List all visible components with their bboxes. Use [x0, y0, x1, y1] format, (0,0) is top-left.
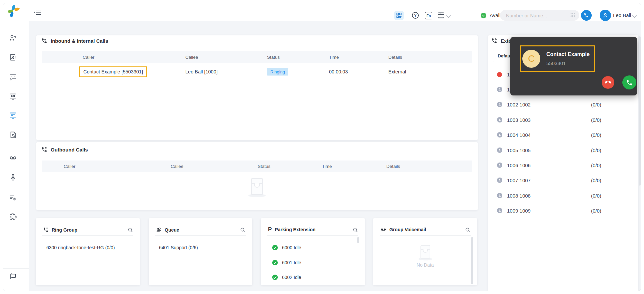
search-icon[interactable]: [240, 227, 246, 234]
sidebar-item-integrations[interactable]: [9, 213, 17, 221]
scrollbar-thumb[interactable]: [471, 237, 473, 284]
parking-slot-label: 6001 Idle: [282, 260, 301, 265]
dial-search-box: [500, 10, 579, 21]
sidebar-item-chat[interactable]: [9, 73, 17, 81]
parking-icon: P: [268, 226, 272, 233]
help-button[interactable]: ?: [411, 11, 419, 21]
col-caller: Caller: [83, 54, 94, 59]
queue-panel: Queue 6401 Support (0/6): [149, 218, 252, 285]
view-layout-button[interactable]: [437, 11, 445, 21]
app-window: ? Fn Available Leo Ball Inboun: [3, 3, 641, 291]
extension-count: (0/0): [591, 147, 601, 153]
contacts-icon: [9, 53, 17, 61]
search-input[interactable]: [505, 10, 567, 21]
extension-row[interactable]: 1004 1004 (0/0): [488, 127, 638, 142]
extension-row[interactable]: 1008 1008 (0/0): [488, 188, 638, 203]
parking-slot-item[interactable]: 6002 Idle: [272, 274, 301, 280]
sidebar-item-extensions[interactable]: [9, 34, 17, 42]
user-name[interactable]: Leo Ball: [613, 12, 631, 18]
time-cell: 00:00:03: [329, 69, 348, 74]
queue-icon: [156, 227, 162, 233]
extension-count: (0/0): [591, 132, 601, 138]
ring-group-panel: Ring Group 6300 ringback-tone-test-RG (0…: [36, 218, 140, 285]
caller-number: 5503301: [546, 60, 566, 66]
idle-check-icon: [272, 260, 278, 266]
extension-row[interactable]: 1007 1007 (0/0): [488, 173, 638, 188]
sidebar-item-call-report[interactable]: [9, 131, 17, 139]
extension-label: 1003 1003: [507, 117, 531, 122]
outbound-call-icon: [41, 146, 47, 153]
table-row[interactable]: Contact Example [5503301] Leo Ball [1000…: [42, 63, 472, 80]
qr-code-button[interactable]: [394, 11, 404, 20]
col-callee: Callee: [185, 54, 198, 59]
parking-slot-item[interactable]: 6000 Idle: [272, 245, 301, 251]
parking-slot-item[interactable]: 6001 Idle: [272, 260, 301, 266]
chevron-down-icon[interactable]: [632, 13, 637, 18]
qr-code-icon: [396, 12, 402, 18]
extension-count: (0/0): [591, 102, 601, 107]
sidebar-item-recordings[interactable]: [9, 173, 17, 181]
sidebar-item-operator-panel[interactable]: [9, 111, 17, 119]
avatar-letter: C: [528, 53, 535, 64]
extension-row[interactable]: 1005 1005 (0/0): [488, 142, 638, 158]
person-avatar-icon: [497, 208, 502, 213]
person-avatar-icon: [497, 163, 502, 168]
col-details: Details: [388, 54, 402, 59]
extension-row[interactable]: 1006 1006 (0/0): [488, 158, 638, 173]
call-button[interactable]: [581, 10, 592, 21]
person-icon: [602, 12, 608, 18]
status-badge: Ringing: [267, 68, 288, 75]
col-time: Time: [322, 164, 332, 169]
topbar: ? Fn Available Leo Ball: [29, 3, 641, 21]
idle-check-icon: [272, 245, 278, 251]
dialpad-icon[interactable]: [570, 13, 575, 18]
scrollbar-thumb[interactable]: [357, 237, 359, 243]
caller-cell: Contact Example [5503301]: [83, 69, 143, 74]
idle-check-icon: [272, 274, 278, 280]
user-avatar[interactable]: [600, 10, 611, 21]
sidebar-item-feedback[interactable]: [9, 272, 17, 280]
search-icon[interactable]: [465, 227, 471, 234]
person-avatar-icon: [497, 148, 502, 153]
extensions-call-icon: [491, 38, 497, 44]
search-icon[interactable]: [353, 227, 358, 234]
empty-box-icon: [416, 244, 435, 261]
search-icon[interactable]: [128, 227, 133, 234]
puzzle-icon: [9, 213, 17, 221]
extension-count: (0/0): [591, 208, 601, 214]
main-scrollbar-thumb[interactable]: [639, 36, 641, 186]
person-avatar-icon: [497, 117, 502, 122]
group-voicemail-icon: [380, 227, 386, 232]
inbound-calls-panel: Inbound & Internal Calls Caller Callee S…: [36, 35, 478, 140]
parking-slot-label: 6000 Idle: [282, 245, 301, 250]
group-voicemail-panel: Group Voicemail No Data: [373, 218, 477, 285]
extension-label: 1004 1004: [507, 132, 531, 138]
sidebar-item-voicemail[interactable]: [9, 154, 17, 162]
sidebar-item-preferences[interactable]: [9, 194, 17, 202]
extension-row[interactable]: 1009 1009 (0/0): [488, 203, 638, 218]
sidebar-item-contacts[interactable]: [9, 53, 17, 61]
col-time: Time: [329, 54, 339, 59]
answer-call-button[interactable]: [622, 75, 636, 89]
extension-label: 1009 1009: [507, 208, 531, 214]
ring-group-item[interactable]: 6300 ringback-tone-test-RG (0/0): [46, 245, 115, 250]
sidebar-item-meeting[interactable]: [9, 92, 17, 100]
queue-item[interactable]: 6401 Support (0/6): [159, 245, 198, 250]
ringing-status-dot: [497, 72, 502, 77]
extension-row[interactable]: 1003 1003 (0/0): [488, 112, 638, 127]
chevron-down-icon[interactable]: [446, 13, 451, 18]
extensions-icon: [9, 34, 17, 42]
col-caller: Caller: [64, 164, 75, 169]
ring-group-icon: [43, 227, 49, 233]
caller-name: Contact Example: [546, 51, 590, 57]
extension-count: (0/0): [591, 163, 601, 168]
table-header: Caller Callee Status Time Details: [42, 161, 472, 172]
panel-title: Outbound Calls: [51, 147, 88, 153]
fn-keys-button[interactable]: Fn: [425, 12, 432, 19]
empty-state: No Data: [416, 244, 435, 268]
fn-icon: Fn: [425, 12, 432, 19]
extension-row[interactable]: 1002 1002 (0/0): [488, 97, 638, 112]
hangup-icon: [605, 79, 611, 86]
collapse-menu-button[interactable]: [33, 9, 42, 17]
reject-call-button[interactable]: [602, 76, 614, 89]
